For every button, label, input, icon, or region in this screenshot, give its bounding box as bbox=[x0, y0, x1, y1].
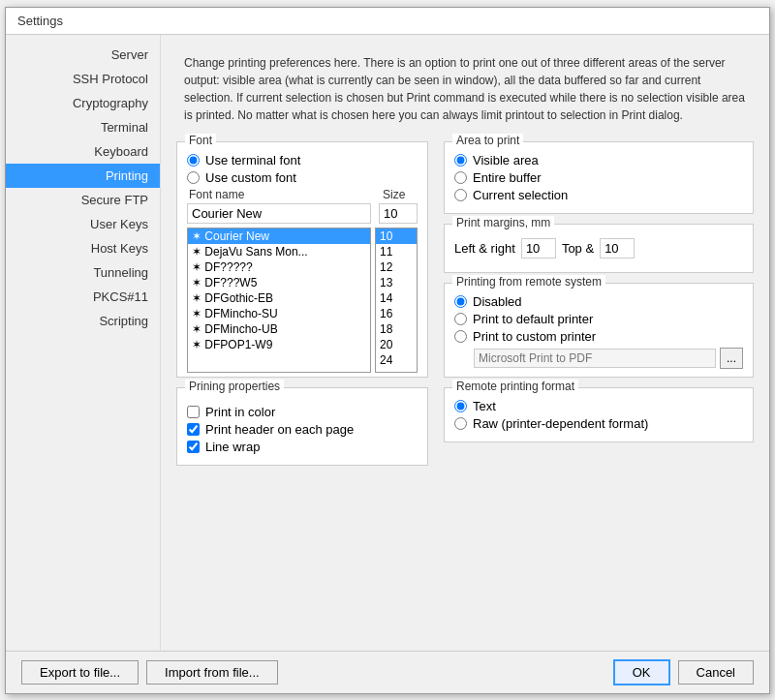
visible-area-row: Visible area bbox=[454, 153, 743, 167]
browse-printer-button[interactable]: ... bbox=[720, 348, 743, 369]
default-printer-radio[interactable] bbox=[454, 313, 467, 325]
custom-font-row: Use custom font bbox=[187, 170, 418, 185]
list-headers: Font name Size bbox=[187, 188, 418, 203]
left-right-margin-input[interactable] bbox=[521, 238, 556, 259]
remote-format-section: Remote printing format Text Raw (printer… bbox=[444, 387, 754, 442]
current-selection-row: Current selection bbox=[454, 188, 743, 202]
main-content: Change printing preferences here. There … bbox=[161, 35, 769, 651]
list-item[interactable]: ✶ DFPOP1-W9 bbox=[188, 337, 370, 352]
dialog-footer: Export to file... Import from file... OK… bbox=[6, 651, 769, 693]
text-format-label: Text bbox=[473, 399, 496, 413]
font-name-input[interactable] bbox=[187, 203, 371, 224]
top-margin-input[interactable] bbox=[600, 238, 635, 259]
sidebar-item-terminal[interactable]: Terminal bbox=[6, 115, 160, 139]
print-in-color-checkbox[interactable] bbox=[187, 406, 200, 418]
cancel-button[interactable]: Cancel bbox=[678, 660, 754, 685]
prining-label: Prining properties bbox=[185, 380, 284, 393]
print-in-color-label: Print in color bbox=[205, 405, 275, 419]
font-name-list[interactable]: ✶ Courier New ✶ DejaVu Sans Mon... ✶ DF?… bbox=[187, 228, 371, 373]
custom-printer-row: Print to custom printer bbox=[454, 329, 743, 344]
ok-button[interactable]: OK bbox=[613, 659, 670, 685]
current-selection-label: Current selection bbox=[473, 188, 568, 202]
entire-buffer-row: Entire buffer bbox=[454, 170, 743, 185]
remote-format-label: Remote printing format bbox=[452, 380, 578, 393]
print-in-color-row: Print in color bbox=[187, 405, 418, 419]
sidebar-item-cryptography[interactable]: Cryptography bbox=[6, 91, 160, 115]
size-item[interactable]: 10 bbox=[376, 228, 417, 244]
size-item[interactable]: 18 bbox=[376, 321, 417, 337]
disabled-row: Disabled bbox=[454, 294, 743, 309]
list-item[interactable]: ✶ DejaVu Sans Mon... bbox=[188, 244, 370, 259]
dialog-body: ServerSSH ProtocolCryptographyTerminalKe… bbox=[6, 35, 769, 651]
font-size-list[interactable]: 10 11 12 13 14 16 18 20 24 bbox=[375, 228, 418, 373]
left-right-label: Left & right bbox=[454, 241, 515, 256]
list-item[interactable]: ✶ DFGothic-EB bbox=[188, 290, 370, 306]
list-item[interactable]: ✶ Courier New bbox=[188, 228, 370, 244]
top-label: Top & bbox=[562, 241, 594, 256]
sidebar-item-pkcs11[interactable]: PKCS#11 bbox=[6, 285, 160, 309]
disabled-radio[interactable] bbox=[454, 295, 467, 308]
font-section: Font Use terminal font Use custom font F… bbox=[176, 141, 428, 378]
sidebar-item-secure-ftp[interactable]: Secure FTP bbox=[6, 188, 160, 212]
font-input-row bbox=[187, 203, 418, 224]
import-button[interactable]: Import from file... bbox=[146, 660, 278, 685]
current-selection-radio[interactable] bbox=[454, 189, 467, 201]
size-item[interactable]: 16 bbox=[376, 306, 417, 321]
raw-format-radio[interactable] bbox=[454, 417, 467, 430]
visible-area-label: Visible area bbox=[473, 153, 539, 167]
sidebar-item-printing[interactable]: Printing bbox=[6, 164, 160, 188]
print-header-label: Print header on each page bbox=[205, 422, 354, 437]
sidebar-item-ssh-protocol[interactable]: SSH Protocol bbox=[6, 67, 160, 91]
list-item[interactable]: ✶ DF????? bbox=[188, 259, 370, 275]
use-custom-font-label: Use custom font bbox=[205, 170, 296, 185]
disabled-label: Disabled bbox=[473, 294, 522, 309]
use-terminal-font-radio[interactable] bbox=[187, 154, 200, 167]
area-to-print-label: Area to print bbox=[452, 134, 523, 147]
remote-printing-label: Printing from remote system bbox=[452, 275, 605, 289]
visible-area-radio[interactable] bbox=[454, 154, 467, 167]
terminal-font-row: Use terminal font bbox=[187, 153, 418, 167]
area-to-print-section: Area to print Visible area Entire buffer… bbox=[444, 141, 754, 214]
print-header-checkbox[interactable] bbox=[187, 423, 200, 436]
text-format-radio[interactable] bbox=[454, 400, 467, 412]
font-section-label: Font bbox=[185, 134, 216, 147]
line-wrap-label: Line wrap bbox=[205, 440, 260, 454]
entire-buffer-radio[interactable] bbox=[454, 171, 467, 184]
text-format-row: Text bbox=[454, 399, 743, 413]
size-item[interactable]: 11 bbox=[376, 244, 417, 259]
default-printer-label: Print to default printer bbox=[473, 312, 593, 326]
size-item[interactable]: 12 bbox=[376, 259, 417, 275]
list-item[interactable]: ✶ DFMincho-SU bbox=[188, 306, 370, 321]
list-item[interactable]: ✶ DF???W5 bbox=[188, 275, 370, 290]
custom-printer-label: Print to custom printer bbox=[473, 329, 596, 344]
sidebar-item-tunneling[interactable]: Tunneling bbox=[6, 260, 160, 285]
right-column: Area to print Visible area Entire buffer… bbox=[444, 141, 754, 639]
title-bar: Settings bbox=[6, 8, 769, 35]
size-item[interactable]: 14 bbox=[376, 290, 417, 306]
custom-printer-input[interactable] bbox=[474, 349, 716, 368]
size-item[interactable]: 13 bbox=[376, 275, 417, 290]
browse-icon: ... bbox=[727, 351, 736, 365]
font-size-input[interactable] bbox=[379, 203, 418, 224]
sidebar-item-server[interactable]: Server bbox=[6, 43, 160, 67]
line-wrap-checkbox[interactable] bbox=[187, 441, 200, 453]
sidebar-item-keyboard[interactable]: Keyboard bbox=[6, 139, 160, 164]
dialog-title: Settings bbox=[17, 14, 63, 28]
entire-buffer-label: Entire buffer bbox=[473, 170, 542, 185]
use-custom-font-radio[interactable] bbox=[187, 171, 200, 184]
sidebar-item-host-keys[interactable]: Host Keys bbox=[6, 236, 160, 260]
columns: Font Use terminal font Use custom font F… bbox=[176, 141, 754, 639]
print-header-row: Print header on each page bbox=[187, 422, 418, 437]
line-wrap-row: Line wrap bbox=[187, 440, 418, 454]
sidebar: ServerSSH ProtocolCryptographyTerminalKe… bbox=[6, 35, 161, 651]
col-name-header: Font name bbox=[187, 188, 379, 201]
export-button[interactable]: Export to file... bbox=[21, 660, 139, 685]
raw-format-label: Raw (printer-dependent format) bbox=[473, 416, 648, 431]
custom-printer-radio[interactable] bbox=[454, 330, 467, 343]
size-item[interactable]: 20 bbox=[376, 337, 417, 352]
sidebar-item-user-keys[interactable]: User Keys bbox=[6, 212, 160, 236]
prining-properties-section: Prining properties Print in color Print … bbox=[176, 387, 428, 466]
size-item[interactable]: 24 bbox=[376, 352, 417, 368]
list-item[interactable]: ✶ DFMincho-UB bbox=[188, 321, 370, 337]
sidebar-item-scripting[interactable]: Scripting bbox=[6, 309, 160, 333]
